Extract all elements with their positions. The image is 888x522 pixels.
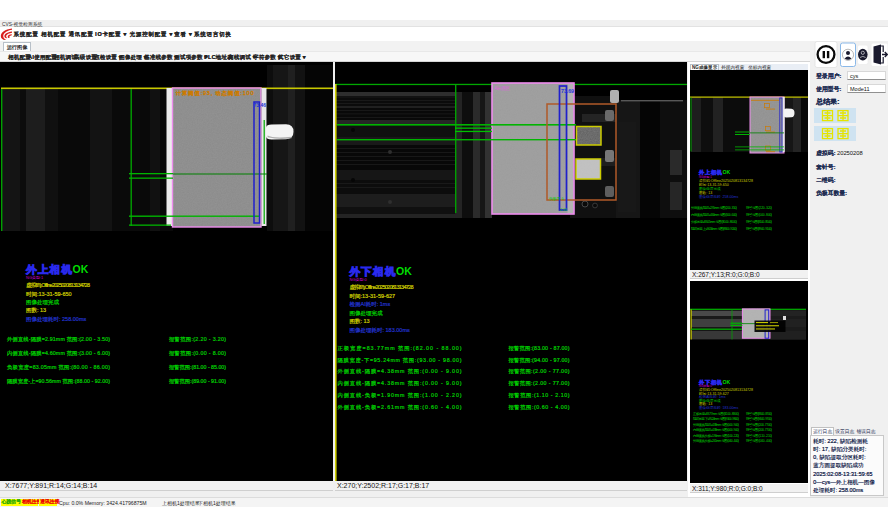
svg-text:2.61: 2.61	[560, 208, 567, 212]
svg-text:AI检测区: AI检测区	[494, 85, 510, 91]
svg-text:报警范围:(81.00 - 85.00): 报警范围:(81.00 - 85.00)	[169, 364, 226, 371]
svg-text:报警范围:(1.10 - 2.10): 报警范围:(1.10 - 2.10)	[509, 392, 570, 399]
svg-text:报警范围:(2.00 - 77.00): 报警范围:(2.00 - 77.00)	[746, 422, 772, 427]
svg-text:图像处理耗时: 258.00ms: 图像处理耗时: 258.00ms	[26, 316, 86, 323]
svg-text:内侧直线-负极=1.90mm 范围:(1.00 - 2.20: 内侧直线-负极=1.90mm 范围:(1.00 - 2.20)	[693, 434, 739, 438]
svg-text:报警范围:(0.60 - 4.00): 报警范围:(0.60 - 4.00)	[746, 438, 772, 443]
svg-text:报警范围:(83.00 - 87.00): 报警范围:(83.00 - 87.00)	[509, 345, 570, 352]
svg-text:内侧直线-隔膜=4.38mm 范围:(0.00 - 9.00: 内侧直线-隔膜=4.38mm 范围:(0.00 - 9.00)	[338, 380, 462, 387]
svg-text:报警范围:(2.00 - 77.00): 报警范围:(2.00 - 77.00)	[746, 427, 772, 432]
svg-text:正极宽度=83.77mm 范围:(82.00 - 88.00: 正极宽度=83.77mm 范围:(82.00 - 88.00)	[693, 412, 739, 416]
svg-text:73.46: 73.46	[254, 102, 267, 108]
svg-text:OK: OK	[396, 265, 412, 277]
svg-text:OK: OK	[723, 169, 731, 175]
svg-text:内侧直线-隔膜=4.60mm 范围:(3.00 - 6.00: 内侧直线-隔膜=4.60mm 范围:(3.00 - 6.00)	[691, 211, 737, 216]
svg-text:检测AI耗时: 1ms: 检测AI耗时: 1ms	[350, 301, 391, 308]
svg-text:虚拟码:Offline2025020813134728: 虚拟码:Offline2025020813134728	[350, 284, 414, 291]
svg-text:图像处理耗时: 258.00ms: 图像处理耗时: 258.00ms	[699, 193, 739, 198]
svg-text:外上相机: 外上相机	[25, 263, 73, 275]
svg-text:内侧直线-隔膜=4.60mm 范围:(3.00 - 6.00: 内侧直线-隔膜=4.60mm 范围:(3.00 - 6.00)	[7, 350, 110, 357]
svg-text:隔膜宽度-下=95.24mm 范围:(93.00 - 98.: 隔膜宽度-下=95.24mm 范围:(93.00 - 98.00)	[693, 416, 739, 421]
svg-text:负极宽度=83.05mm 范围:(80.00 - 86.00: 负极宽度=83.05mm 范围:(80.00 - 86.00)	[7, 364, 110, 371]
svg-text:时间:13-31-59-627: 时间:13-31-59-627	[350, 293, 396, 300]
svg-text:报警范围:(89.00 - 91.00): 报警范围:(89.00 - 91.00)	[169, 378, 226, 385]
svg-text:OK: OK	[723, 379, 731, 385]
svg-text:报警范围:(89.00 - 91.00): 报警范围:(89.00 - 91.00)	[746, 225, 772, 230]
svg-text:报警范围:(0.60 - 4.00): 报警范围:(0.60 - 4.00)	[509, 404, 570, 411]
svg-text:报警范围:(2.20 - 3.20): 报警范围:(2.20 - 3.20)	[746, 204, 772, 209]
svg-text:报警范围:(1.10 - 2.10): 报警范围:(1.10 - 2.10)	[746, 433, 772, 438]
svg-text:报警范围:(81.00 - 85.00): 报警范围:(81.00 - 85.00)	[746, 218, 772, 223]
svg-text:报警范围:(94.00 - 97.00): 报警范围:(94.00 - 97.00)	[509, 357, 570, 364]
svg-text:外侧直线-负极=2.61mm 范围:(0.60 - 4.00: 外侧直线-负极=2.61mm 范围:(0.60 - 4.00)	[693, 438, 739, 443]
svg-text:内侧直线-负极=1.90mm 范围:(1.00 - 2.20: 内侧直线-负极=1.90mm 范围:(1.00 - 2.20)	[338, 392, 462, 399]
svg-text:报警范围:(2.20 - 3.20): 报警范围:(2.20 - 3.20)	[169, 336, 226, 343]
svg-text:报警范围:(94.00 - 97.00): 报警范围:(94.00 - 97.00)	[746, 416, 772, 421]
svg-text:外侧直线-隔膜=2.91mm 范围:(2.00 - 3.50: 外侧直线-隔膜=2.91mm 范围:(2.00 - 3.50)	[7, 336, 110, 343]
svg-text:OK: OK	[73, 263, 89, 275]
svg-text:报警范围:(2.00 - 77.00): 报警范围:(2.00 - 77.00)	[509, 380, 570, 387]
svg-text:图像处理完成: 图像处理完成	[350, 310, 384, 317]
svg-text:正极宽度=83.77mm 范围:(82.00 - 88.00: 正极宽度=83.77mm 范围:(82.00 - 88.00)	[338, 345, 462, 352]
svg-text:虚拟码:Offline2025020813134728: 虚拟码:Offline2025020813134728	[26, 282, 90, 289]
svg-text:73.69: 73.69	[561, 88, 574, 94]
svg-text:NG类型:1: NG类型:1	[26, 275, 44, 280]
svg-text:负极耳 0: 负极耳 0	[549, 196, 564, 201]
svg-text:报警范围:(0.00 - 8.00): 报警范围:(0.00 - 8.00)	[746, 211, 772, 216]
svg-text:报警范围:(83.00 - 87.00): 报警范围:(83.00 - 87.00)	[746, 411, 772, 416]
svg-text:外侧直线-隔膜=4.38mm 范围:(0.00 - 9.00: 外侧直线-隔膜=4.38mm 范围:(0.00 - 9.00)	[338, 368, 462, 375]
svg-text:时间:13-31-59-650: 时间:13-31-59-650	[26, 291, 72, 298]
svg-text:隔膜宽度-上=90.56mm 范围:(88.00 - 92.: 隔膜宽度-上=90.56mm 范围:(88.00 - 92.00)	[691, 225, 737, 230]
svg-text:外侧直线-隔膜=2.91mm 范围:(2.00 - 3.50: 外侧直线-隔膜=2.91mm 范围:(2.00 - 3.50)	[691, 204, 737, 209]
svg-text:外侧直线-隔膜=4.38mm 范围:(0.00 - 9.00: 外侧直线-隔膜=4.38mm 范围:(0.00 - 9.00)	[693, 422, 739, 427]
svg-text:NG类型:0: NG类型:0	[350, 277, 368, 282]
svg-text:外侧直线-负极=2.61mm 范围:(0.60 - 4.00: 外侧直线-负极=2.61mm 范围:(0.60 - 4.00)	[338, 404, 462, 411]
svg-text:图数: 13: 图数: 13	[350, 318, 370, 325]
svg-text:隔膜宽度-下=95.24mm 范围:(93.00 - 98.: 隔膜宽度-下=95.24mm 范围:(93.00 - 98.00)	[338, 357, 462, 364]
svg-text:报警范围:(2.00 - 77.00): 报警范围:(2.00 - 77.00)	[509, 368, 570, 375]
svg-text:负极宽度=83.05mm 范围:(80.00 - 86.00: 负极宽度=83.05mm 范围:(80.00 - 86.00)	[691, 219, 737, 223]
svg-text:图像处理完成: 图像处理完成	[26, 299, 60, 306]
svg-text:外下相机: 外下相机	[349, 265, 397, 277]
svg-text:隔膜宽度-上=90.56mm 范围:(88.00 - 92.: 隔膜宽度-上=90.56mm 范围:(88.00 - 92.00)	[7, 378, 110, 385]
svg-text:图像处理耗时: 183.00ms: 图像处理耗时: 183.00ms	[699, 405, 739, 410]
svg-text:内侧直线-隔膜=4.38mm 范围:(0.00 - 9.00: 内侧直线-隔膜=4.38mm 范围:(0.00 - 9.00)	[693, 427, 739, 432]
svg-text:计算阈值:93, 动态阈值:100: 计算阈值:93, 动态阈值:100	[176, 90, 254, 97]
svg-text:图数: 13: 图数: 13	[26, 307, 46, 314]
svg-text:报警范围:(0.00 - 8.00): 报警范围:(0.00 - 8.00)	[169, 350, 226, 357]
svg-text:图像处理耗时: 183.00ms: 图像处理耗时: 183.00ms	[350, 327, 410, 334]
